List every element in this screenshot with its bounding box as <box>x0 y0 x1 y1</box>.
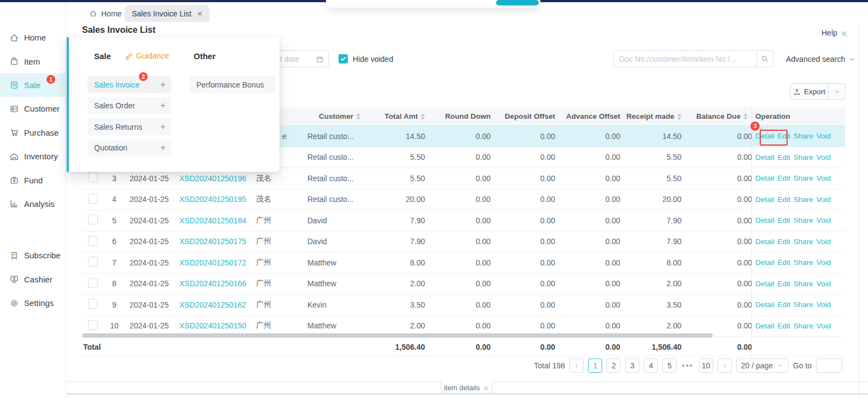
doc-no-link[interactable]: XSD202401250196 <box>179 174 246 183</box>
sidebar-item-settings[interactable]: Settings <box>0 291 66 315</box>
hide-voided-checkbox[interactable] <box>339 54 348 63</box>
doc-no-link[interactable]: XSD202401250184 <box>179 216 246 225</box>
doc-no-link[interactable]: XSD202401250172 <box>179 258 246 267</box>
row-checkbox[interactable] <box>88 215 98 224</box>
menu-item-sales-returns[interactable]: Sales Returns+ <box>88 118 171 135</box>
row-checkbox[interactable] <box>88 236 98 246</box>
op-share-link[interactable]: Share <box>794 174 813 182</box>
op-void-link[interactable]: Void <box>817 300 831 309</box>
table-row[interactable]: 42024-01-25XSD202401250195茂名Retail custo… <box>82 189 845 211</box>
doc-no-link[interactable]: XSD202401250150 <box>179 321 246 330</box>
op-share-link[interactable]: Share <box>794 153 813 161</box>
advanced-search-toggle[interactable]: Advanced search <box>786 50 855 67</box>
op-edit-link[interactable]: Edit <box>778 322 790 330</box>
sidebar-item-home[interactable]: Home <box>0 26 66 49</box>
doc-no-link[interactable]: XSD202401250175 <box>179 237 246 246</box>
page-button-3[interactable]: 3 <box>625 358 639 373</box>
op-edit-link[interactable]: Edit <box>778 258 790 267</box>
date-range-input[interactable]: t date <box>274 50 329 67</box>
op-void-link[interactable]: Void <box>817 153 831 161</box>
page-button-2[interactable]: 2 <box>607 358 621 373</box>
op-share-link[interactable]: Share <box>794 195 813 204</box>
op-void-link[interactable]: Void <box>817 174 831 182</box>
op-share-link[interactable]: Share <box>794 280 813 288</box>
doc-no-link[interactable]: XSD202401250166 <box>179 279 246 288</box>
op-detail-link[interactable]: Detail <box>755 258 774 267</box>
op-detail-link[interactable]: Detail <box>755 174 774 182</box>
add-icon[interactable]: + <box>160 100 166 111</box>
column-header-balance_due[interactable]: Balance Due <box>685 112 752 120</box>
sidebar-item-sale[interactable]: Sale1 <box>0 73 66 97</box>
sort-icon[interactable] <box>677 113 681 120</box>
export-dropdown-button[interactable] <box>829 84 845 99</box>
item-details-toggle[interactable]: item details <box>441 381 493 394</box>
menu-item-quotation[interactable]: Quotation+ <box>88 140 171 157</box>
page-size-select[interactable]: 20 / page <box>736 358 789 373</box>
op-void-link[interactable]: Void <box>817 238 831 246</box>
op-edit-link[interactable]: Edit <box>778 132 790 140</box>
op-detail-link[interactable]: Detail <box>755 132 774 140</box>
tab-sales-invoice-list[interactable]: Sales Invoice List× <box>125 5 209 22</box>
op-share-link[interactable]: Share <box>794 300 813 309</box>
table-row[interactable]: 62024-01-25XSD202401250175广州David7.900.0… <box>82 232 845 253</box>
op-edit-link[interactable]: Edit <box>778 153 790 161</box>
op-detail-link[interactable]: Detail <box>755 280 774 288</box>
op-share-link[interactable]: Share <box>794 322 813 330</box>
menu-item-sales-order[interactable]: Sales Order+ <box>88 97 171 114</box>
add-icon[interactable]: + <box>160 79 166 90</box>
close-icon[interactable]: × <box>197 9 202 18</box>
op-share-link[interactable]: Share <box>794 258 813 267</box>
sidebar-item-subscribe[interactable]: Subscribe <box>0 244 66 267</box>
op-void-link[interactable]: Void <box>817 280 831 288</box>
row-checkbox[interactable] <box>88 257 98 267</box>
column-header-total_amt[interactable]: Total Amt <box>374 112 429 120</box>
search-button[interactable] <box>756 51 773 67</box>
doc-no-link[interactable]: XSD202401250162 <box>179 300 246 309</box>
op-void-link[interactable]: Void <box>817 258 831 267</box>
sidebar-item-inventory[interactable]: Inventory <box>0 144 66 168</box>
op-edit-link[interactable]: Edit <box>778 216 790 224</box>
op-detail-link[interactable]: Detail <box>755 195 774 204</box>
op-edit-link[interactable]: Edit <box>778 195 790 204</box>
op-share-link[interactable]: Share <box>794 238 813 246</box>
op-void-link[interactable]: Void <box>817 195 831 204</box>
op-edit-link[interactable]: Edit <box>778 300 790 309</box>
page-button-4[interactable]: 4 <box>644 358 658 373</box>
op-detail-link[interactable]: Detail <box>755 322 774 330</box>
row-checkbox[interactable] <box>88 320 98 330</box>
op-void-link[interactable]: Void <box>817 132 831 140</box>
sort-icon[interactable] <box>356 113 360 120</box>
tab-home[interactable]: Home <box>82 5 129 22</box>
help-link[interactable]: Help <box>822 28 848 37</box>
export-button[interactable]: Export <box>790 84 829 99</box>
sidebar-item-fund[interactable]: Fund <box>0 168 66 192</box>
menu-item-sales-invoice[interactable]: Sales Invoice+2 <box>88 76 171 93</box>
table-row[interactable]: 92024-01-25XSD202401250162广州Kevin3.500.0… <box>82 294 845 316</box>
op-detail-link[interactable]: Detail <box>755 300 774 309</box>
op-void-link[interactable]: Void <box>817 216 831 224</box>
sidebar-item-analysis[interactable]: Analysis <box>0 192 66 216</box>
sidebar-item-cashier[interactable]: Cashier <box>0 268 66 291</box>
op-edit-link[interactable]: Edit <box>778 174 790 182</box>
op-edit-link[interactable]: Edit <box>778 280 790 288</box>
add-icon[interactable]: + <box>160 142 166 153</box>
doc-no-link[interactable]: XSD202401250195 <box>179 195 246 204</box>
op-detail-link[interactable]: Detail <box>755 216 774 224</box>
sort-icon[interactable] <box>421 113 425 120</box>
sidebar-item-item[interactable]: Item <box>0 49 66 73</box>
pagination-ellipsis[interactable]: ••• <box>681 361 695 370</box>
column-header-receipt_made[interactable]: Receipt made <box>624 112 685 120</box>
op-void-link[interactable]: Void <box>817 322 831 330</box>
add-icon[interactable]: + <box>160 122 166 132</box>
row-checkbox[interactable] <box>88 299 98 309</box>
op-share-link[interactable]: Share <box>794 132 813 140</box>
op-detail-link[interactable]: Detail <box>755 238 774 246</box>
table-row[interactable]: 82024-01-25XSD202401250166广州Matthew2.000… <box>82 274 845 295</box>
row-checkbox[interactable] <box>88 194 98 204</box>
column-header-customer[interactable]: Customer <box>305 112 374 120</box>
menu-item-performance-bonus[interactable]: Performance Bonus <box>190 76 275 93</box>
row-checkbox[interactable] <box>88 278 98 288</box>
op-share-link[interactable]: Share <box>794 216 813 224</box>
table-row[interactable]: 52024-01-25XSD202401250184广州David7.900.0… <box>82 210 845 232</box>
table-row[interactable]: 72024-01-25XSD202401250172广州Matthew8.000… <box>82 252 845 274</box>
